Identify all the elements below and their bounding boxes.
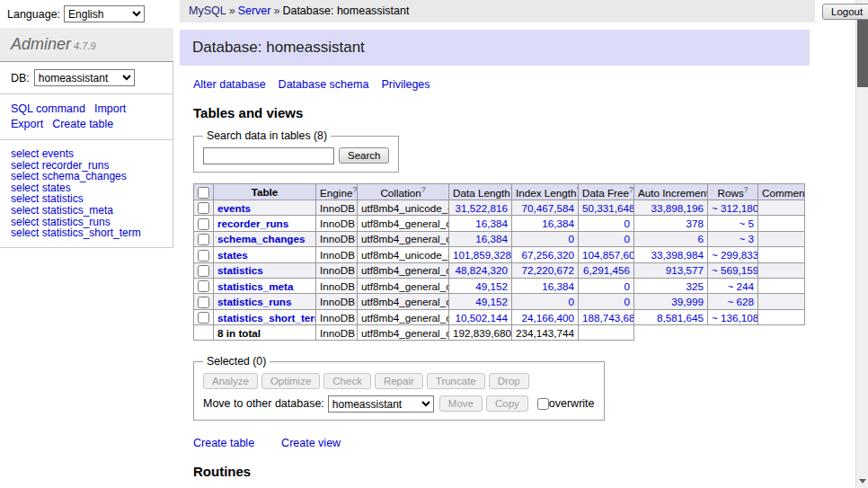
row-checkbox-recorder_runs[interactable] [198, 218, 209, 230]
drop-button[interactable]: Drop [489, 373, 529, 389]
checkbox-cell [194, 278, 214, 293]
move-db-select[interactable]: homeassistant [328, 395, 434, 413]
cell-data-free[interactable]: 104,857,600 [579, 247, 634, 262]
cell-data-free[interactable]: 0 [579, 294, 634, 309]
cell-table-name: states [214, 247, 316, 262]
table-link-statistics_short_term[interactable]: statistics_short_term [217, 312, 316, 324]
table-link-statistics_meta[interactable]: statistics_meta [217, 280, 293, 292]
cell-data-free[interactable]: 0 [579, 231, 634, 246]
vertical-scrollbar[interactable] [855, 0, 868, 488]
logout-button[interactable]: Logout [822, 4, 868, 20]
cell-index-length[interactable]: 0 [512, 294, 579, 309]
cell-index-length[interactable]: 0 [512, 231, 579, 246]
cell-rows[interactable]: ~ 312,180 [708, 200, 758, 215]
row-checkbox-statistics_short_term[interactable] [198, 312, 209, 324]
row-checkbox-statistics_meta[interactable] [198, 280, 209, 292]
cell-auto-increment[interactable]: 39,999 [634, 294, 708, 309]
row-checkbox-events[interactable] [198, 202, 209, 214]
cell-data-length[interactable]: 31,522,816 [449, 200, 512, 215]
truncate-button[interactable]: Truncate [427, 373, 485, 389]
row-checkbox-statistics_runs[interactable] [198, 297, 209, 308]
sidebar-item-select-events[interactable]: select events [11, 148, 162, 160]
db-label: DB: [11, 72, 30, 84]
table-link-statistics_runs[interactable]: statistics_runs [217, 296, 292, 307]
cell-rows[interactable]: ~ 299,833 [708, 247, 758, 262]
sidebar-item-select-statistics_short_term[interactable]: select statistics_short_term [11, 227, 162, 239]
sql-command-link[interactable]: SQL command [11, 102, 85, 115]
cell-rows[interactable]: ~ 569,159 [708, 262, 758, 278]
move-button[interactable]: Move [439, 395, 483, 412]
database-schema-link[interactable]: Database schema [279, 78, 369, 91]
cell-data-length[interactable]: 10,502,144 [449, 309, 512, 324]
sidebar-create-table-link[interactable]: Create table [52, 118, 113, 130]
cell-index-length[interactable]: 16,384 [512, 216, 579, 231]
optimize-button[interactable]: Optimize [261, 373, 320, 389]
triangle-down-icon [859, 479, 866, 484]
cell-comment [758, 231, 805, 246]
row-checkbox-statistics[interactable] [198, 265, 209, 277]
export-link[interactable]: Export [11, 118, 43, 130]
cell-engine: InnoDB [316, 247, 358, 262]
cell-data-free[interactable]: 188,743,680 [579, 309, 634, 324]
cell-rows[interactable]: ~ 136,108 [708, 309, 758, 324]
sidebar-item-select-schema_changes[interactable]: select schema_changes [11, 171, 162, 182]
breadcrumb-separator: » [229, 4, 235, 17]
privileges-link[interactable]: Privileges [381, 78, 430, 91]
copy-button[interactable]: Copy [486, 395, 528, 412]
cell-data-length[interactable]: 49,152 [449, 278, 512, 293]
table-link-states[interactable]: states [217, 249, 248, 261]
cell-auto-increment[interactable]: 325 [634, 278, 708, 293]
overwrite-checkbox[interactable] [537, 398, 549, 410]
cell-data-length[interactable]: 16,384 [449, 216, 512, 231]
breadcrumb-mysql-link[interactable]: MySQL [189, 4, 226, 17]
cell-auto-increment[interactable]: 33,898,196 [634, 200, 708, 215]
check-button[interactable]: Check [323, 373, 371, 389]
cell-data-length[interactable]: 101,859,328 [449, 247, 512, 262]
alter-database-link[interactable]: Alter database [193, 78, 266, 91]
db-select[interactable]: homeassistant [34, 69, 135, 86]
repair-button[interactable]: Repair [375, 373, 423, 389]
select-all-checkbox[interactable] [198, 187, 209, 199]
scrollbar-thumb[interactable] [857, 15, 868, 87]
cell-rows[interactable]: ~ 244 [708, 278, 758, 293]
cell-index-length[interactable]: 24,166,400 [512, 309, 579, 324]
create-table-link[interactable]: Create table [193, 437, 254, 449]
analyze-button[interactable]: Analyze [203, 373, 258, 389]
table-link-schema_changes[interactable]: schema_changes [217, 233, 305, 244]
search-input[interactable] [203, 147, 334, 164]
cell-rows[interactable]: ~ 628 [708, 294, 758, 309]
search-button[interactable]: Search [339, 147, 389, 164]
row-checkbox-states[interactable] [198, 250, 209, 262]
cell-rows[interactable]: ~ 3 [708, 231, 758, 246]
scroll-down-arrow[interactable] [856, 475, 868, 488]
create-view-link[interactable]: Create view [281, 437, 341, 449]
cell-data-free[interactable]: 6,291,456 [579, 262, 634, 278]
row-checkbox-schema_changes[interactable] [198, 234, 209, 245]
sidebar-item-select-statistics_meta[interactable]: select statistics_meta [11, 205, 162, 217]
cell-index-length[interactable]: 72,220,672 [512, 262, 579, 278]
cell-auto-increment[interactable]: 8,581,645 [634, 309, 708, 324]
cell-data-free[interactable]: 0 [579, 278, 634, 293]
cell-rows[interactable]: ~ 5 [708, 216, 758, 231]
cell-auto-increment[interactable]: 913,577 [634, 262, 708, 278]
cell-index-length[interactable]: 70,467,584 [512, 200, 579, 215]
move-row: Move to other database:homeassistantMove… [203, 395, 595, 413]
cell-index-length[interactable]: 67,256,320 [512, 247, 579, 262]
cell-index-length[interactable]: 16,384 [512, 278, 579, 293]
table-link-recorder_runs[interactable]: recorder_runs [217, 217, 288, 229]
cell-data-free[interactable]: 0 [579, 216, 634, 231]
table-link-statistics[interactable]: statistics [217, 264, 263, 276]
cell-data-length[interactable]: 48,824,320 [449, 262, 512, 278]
cell-data-length[interactable]: 16,384 [449, 231, 512, 246]
cell-auto-increment[interactable]: 6 [634, 231, 708, 246]
table-link-events[interactable]: events [217, 202, 251, 214]
cell-engine: InnoDB [316, 262, 358, 278]
cell-auto-increment[interactable]: 378 [634, 216, 708, 231]
cell-data-length[interactable]: 49,152 [449, 294, 512, 309]
import-link[interactable]: Import [94, 102, 126, 115]
app-version: 4.7.9 [74, 40, 95, 51]
cell-auto-increment[interactable]: 33,398,984 [634, 247, 708, 262]
language-select[interactable]: English [64, 5, 145, 22]
cell-data-free[interactable]: 50,331,648 [579, 200, 634, 215]
breadcrumb-server-link[interactable]: Server [238, 4, 271, 17]
